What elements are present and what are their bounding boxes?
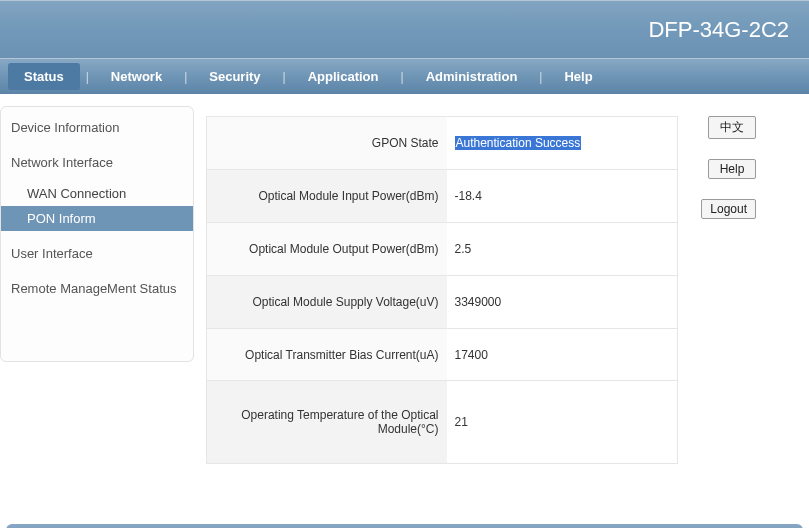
row-value-supply-voltage: 3349000 bbox=[447, 275, 678, 328]
content-area: Device Information Network Interface WAN… bbox=[0, 94, 809, 474]
sidebar-item-device-info[interactable]: Device Information bbox=[1, 115, 193, 140]
row-value-output-power: 2.5 bbox=[447, 222, 678, 275]
sidebar: Device Information Network Interface WAN… bbox=[0, 98, 200, 474]
sidebar-item-remote-management-status[interactable]: Remote ManageMent Status bbox=[1, 276, 193, 301]
sidebar-item-user-interface[interactable]: User Interface bbox=[1, 241, 193, 266]
row-value-gpon-state: Authentication Success bbox=[447, 117, 678, 170]
nav-help[interactable]: Help bbox=[548, 63, 608, 90]
nav-security[interactable]: Security bbox=[193, 63, 276, 90]
help-button[interactable]: Help bbox=[708, 159, 756, 179]
row-value-input-power: -18.4 bbox=[447, 169, 678, 222]
row-label-gpon-state: GPON State bbox=[207, 117, 447, 170]
nav-separator: | bbox=[533, 70, 548, 84]
sidebar-item-pon-inform[interactable]: PON Inform bbox=[1, 206, 193, 231]
main-panel: GPON State Authentication Success Optica… bbox=[200, 98, 809, 474]
nav-network[interactable]: Network bbox=[95, 63, 178, 90]
sidebar-item-wan-connection[interactable]: WAN Connection bbox=[1, 181, 193, 206]
header-banner: DFP-34G-2C2 bbox=[0, 0, 809, 58]
nav-separator: | bbox=[395, 70, 410, 84]
sidebar-item-network-interface[interactable]: Network Interface bbox=[1, 150, 193, 175]
device-model-title: DFP-34G-2C2 bbox=[648, 17, 789, 43]
row-label-operating-temperature: Operating Temperature of the Optical Mod… bbox=[207, 381, 447, 464]
row-value-operating-temperature: 21 bbox=[447, 381, 678, 464]
action-sidebar: 中文 Help Logout bbox=[692, 116, 758, 464]
main-nav: Status | Network | Security | Applicatio… bbox=[0, 58, 809, 94]
row-value-bias-current: 17400 bbox=[447, 328, 678, 381]
footer-bar: Refresh bbox=[6, 524, 803, 528]
row-label-input-power: Optical Module Input Power(dBm) bbox=[207, 169, 447, 222]
row-label-supply-voltage: Optical Module Supply Voltage(uV) bbox=[207, 275, 447, 328]
nav-separator: | bbox=[178, 70, 193, 84]
logout-button[interactable]: Logout bbox=[701, 199, 756, 219]
sidebar-panel: Device Information Network Interface WAN… bbox=[0, 106, 194, 362]
row-label-bias-current: Optical Transmitter Bias Current(uA) bbox=[207, 328, 447, 381]
gpon-state-highlight: Authentication Success bbox=[455, 136, 582, 150]
pon-info-table: GPON State Authentication Success Optica… bbox=[206, 116, 678, 464]
nav-separator: | bbox=[277, 70, 292, 84]
language-button[interactable]: 中文 bbox=[708, 116, 756, 139]
nav-status[interactable]: Status bbox=[8, 63, 80, 90]
nav-application[interactable]: Application bbox=[292, 63, 395, 90]
nav-administration[interactable]: Administration bbox=[410, 63, 534, 90]
nav-separator: | bbox=[80, 70, 95, 84]
row-label-output-power: Optical Module Output Power(dBm) bbox=[207, 222, 447, 275]
